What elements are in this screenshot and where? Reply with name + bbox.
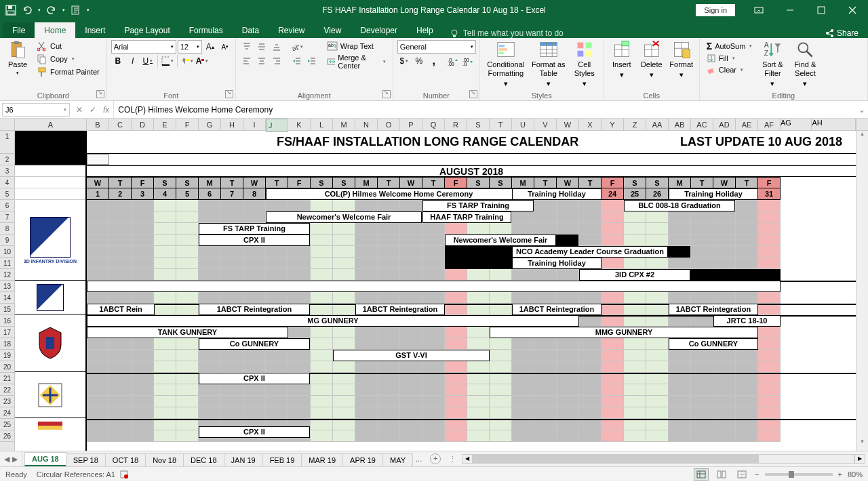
cell[interactable] bbox=[534, 350, 557, 361]
cell[interactable] bbox=[199, 292, 221, 304]
increase-font-icon[interactable]: A▴ bbox=[203, 40, 217, 54]
cell[interactable] bbox=[579, 200, 601, 211]
cell[interactable] bbox=[378, 269, 400, 281]
clipboard-dialog-launcher[interactable] bbox=[96, 90, 104, 98]
cell[interactable] bbox=[311, 373, 333, 384]
cell[interactable] bbox=[579, 396, 601, 407]
cell[interactable] bbox=[400, 269, 422, 281]
cell[interactable] bbox=[534, 223, 557, 235]
cell[interactable] bbox=[154, 407, 176, 419]
cell[interactable] bbox=[713, 396, 736, 407]
event-training-holiday-1[interactable]: Training Holiday bbox=[512, 188, 601, 200]
col-header-AE[interactable]: AE bbox=[736, 119, 758, 130]
cell[interactable] bbox=[109, 292, 132, 304]
cell[interactable] bbox=[669, 407, 691, 419]
cell[interactable] bbox=[534, 292, 557, 304]
cell[interactable] bbox=[579, 361, 601, 373]
cell[interactable] bbox=[333, 407, 355, 419]
cell[interactable] bbox=[669, 223, 691, 235]
cell[interactable] bbox=[132, 258, 154, 269]
cell[interactable] bbox=[669, 396, 691, 407]
cell[interactable] bbox=[557, 223, 579, 235]
cell[interactable] bbox=[355, 327, 378, 338]
col-header-R[interactable]: R bbox=[445, 119, 467, 130]
cell[interactable] bbox=[758, 350, 781, 361]
cell[interactable] bbox=[601, 315, 624, 327]
row-header-6[interactable]: 6 bbox=[0, 200, 14, 211]
cell[interactable] bbox=[579, 373, 601, 384]
cell[interactable] bbox=[400, 327, 422, 338]
hscroll-left-icon[interactable]: ◀ bbox=[462, 454, 473, 464]
sign-in-button[interactable]: Sign in bbox=[696, 4, 735, 16]
cell[interactable] bbox=[132, 338, 154, 350]
cell[interactable] bbox=[87, 373, 109, 384]
cell[interactable] bbox=[646, 373, 669, 384]
cell[interactable] bbox=[199, 246, 221, 258]
cell[interactable] bbox=[445, 419, 467, 430]
cell[interactable] bbox=[199, 211, 221, 223]
cell[interactable] bbox=[154, 211, 176, 223]
cell[interactable] bbox=[199, 258, 221, 269]
cell[interactable] bbox=[333, 246, 355, 258]
close-icon[interactable] bbox=[837, 0, 868, 20]
cell[interactable] bbox=[579, 407, 601, 419]
cell[interactable] bbox=[132, 419, 154, 430]
cell[interactable] bbox=[422, 384, 445, 396]
col-header-W[interactable]: W bbox=[557, 119, 579, 130]
decrease-indent-icon[interactable] bbox=[290, 54, 304, 68]
col-header-AB[interactable]: AB bbox=[669, 119, 691, 130]
fill-color-button[interactable] bbox=[180, 54, 194, 68]
cell[interactable] bbox=[378, 373, 400, 384]
cut-button[interactable]: Cut bbox=[34, 40, 102, 52]
cell[interactable] bbox=[176, 246, 199, 258]
cell[interactable] bbox=[691, 396, 713, 407]
cell[interactable] bbox=[490, 396, 512, 407]
cell[interactable] bbox=[490, 361, 512, 373]
cell[interactable] bbox=[490, 338, 512, 350]
cell[interactable] bbox=[669, 361, 691, 373]
tab-view[interactable]: View bbox=[315, 22, 351, 38]
cell[interactable] bbox=[557, 396, 579, 407]
cell[interactable] bbox=[512, 373, 534, 384]
cell[interactable] bbox=[713, 430, 736, 442]
row-header-1[interactable]: 1 bbox=[0, 131, 14, 154]
cell[interactable] bbox=[378, 223, 400, 235]
cell[interactable] bbox=[311, 269, 333, 281]
cell[interactable] bbox=[333, 396, 355, 407]
cell[interactable] bbox=[243, 292, 266, 304]
cell[interactable] bbox=[400, 246, 422, 258]
cell[interactable] bbox=[758, 338, 781, 350]
cell[interactable] bbox=[154, 396, 176, 407]
cell[interactable] bbox=[266, 246, 288, 258]
cell[interactable] bbox=[311, 430, 333, 442]
cell[interactable] bbox=[557, 292, 579, 304]
cell[interactable] bbox=[713, 373, 736, 384]
cell[interactable] bbox=[736, 384, 758, 396]
cell[interactable] bbox=[109, 419, 132, 430]
view-page-break-icon[interactable] bbox=[734, 468, 749, 481]
cell[interactable] bbox=[490, 292, 512, 304]
decrease-decimal-icon[interactable]: .00.0 bbox=[461, 54, 475, 68]
cell[interactable] bbox=[736, 373, 758, 384]
cell[interactable] bbox=[646, 407, 669, 419]
cell[interactable] bbox=[646, 430, 669, 442]
cell[interactable] bbox=[758, 419, 781, 430]
col-header-A[interactable]: A bbox=[15, 119, 87, 130]
cell[interactable] bbox=[557, 407, 579, 419]
cell[interactable] bbox=[445, 430, 467, 442]
cell[interactable] bbox=[311, 235, 333, 246]
event-tank-gunnery[interactable]: TANK GUNNERY bbox=[87, 327, 288, 338]
italic-button[interactable]: I bbox=[126, 54, 140, 68]
cell[interactable] bbox=[333, 384, 355, 396]
cell[interactable] bbox=[109, 269, 132, 281]
cell[interactable] bbox=[422, 327, 445, 338]
cell[interactable] bbox=[691, 419, 713, 430]
cell[interactable] bbox=[154, 361, 176, 373]
cell[interactable] bbox=[176, 350, 199, 361]
cell[interactable] bbox=[154, 373, 176, 384]
cell[interactable] bbox=[467, 407, 490, 419]
cell[interactable] bbox=[199, 384, 221, 396]
tab-page-layout[interactable]: Page Layout bbox=[115, 22, 179, 38]
cell[interactable] bbox=[378, 327, 400, 338]
cell[interactable] bbox=[109, 235, 132, 246]
